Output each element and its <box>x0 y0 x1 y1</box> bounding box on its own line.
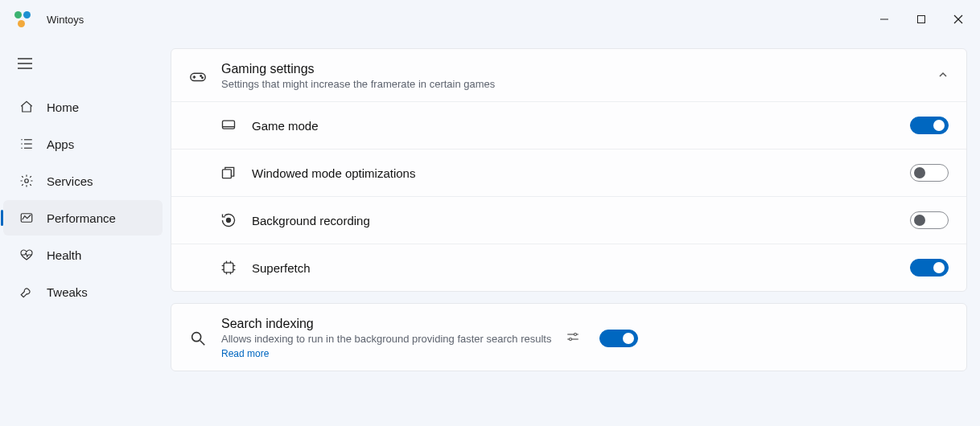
window-controls <box>866 6 977 32</box>
monitor-icon <box>220 117 237 133</box>
gaming-settings-title: Gaming settings <box>221 62 495 76</box>
sidebar-item-label: Performance <box>47 211 116 225</box>
svg-point-19 <box>202 77 203 78</box>
sidebar-item-tweaks[interactable]: Tweaks <box>3 274 163 309</box>
row-background-recording: Background recording <box>171 196 966 244</box>
svg-rect-1 <box>918 16 925 23</box>
read-more-link[interactable]: Read more <box>221 348 269 359</box>
wrench-icon <box>19 285 34 299</box>
gaming-settings-subtitle: Settings that might increase the framera… <box>221 78 495 90</box>
row-label: Background recording <box>252 214 370 227</box>
close-button[interactable] <box>940 6 977 32</box>
record-icon <box>220 212 237 228</box>
minimize-button[interactable] <box>866 6 903 32</box>
sidebar-item-services[interactable]: Services <box>3 163 163 199</box>
svg-rect-24 <box>224 263 233 272</box>
search-indexing-header[interactable]: Search indexing Allows indexing to run i… <box>171 304 966 371</box>
gaming-settings-card: Gaming settings Settings that might incr… <box>171 48 967 292</box>
svg-point-23 <box>227 219 231 223</box>
gear-icon <box>19 174 34 188</box>
sidebar-item-label: Apps <box>47 137 74 151</box>
maximize-button[interactable] <box>903 6 940 32</box>
row-label: Superfetch <box>252 261 311 275</box>
sidebar-item-health[interactable]: Health <box>3 237 163 272</box>
row-label: Windowed mode optimizations <box>252 166 415 180</box>
sidebar: Home Apps Services Performance Health <box>0 39 169 426</box>
search-indexing-card: Search indexing Allows indexing to run i… <box>171 303 967 371</box>
app-title: Wintoys <box>47 14 84 26</box>
sidebar-item-performance[interactable]: Performance <box>3 200 163 236</box>
content-area: Gaming settings Settings that might incr… <box>169 39 980 426</box>
svg-line-34 <box>200 340 205 345</box>
search-indexing-title: Search indexing <box>221 317 551 331</box>
apps-icon <box>19 137 34 151</box>
sidebar-item-label: Home <box>47 100 79 114</box>
row-superfetch: Superfetch <box>171 244 966 291</box>
heart-icon <box>19 248 34 262</box>
toggle-game-mode[interactable] <box>910 117 949 134</box>
sidebar-item-apps[interactable]: Apps <box>3 126 163 162</box>
sidebar-item-label: Health <box>47 248 81 262</box>
svg-point-13 <box>25 179 29 183</box>
sidebar-item-label: Services <box>47 174 93 188</box>
toggle-search-indexing[interactable] <box>599 330 638 347</box>
adjust-icon[interactable] <box>566 330 580 346</box>
row-game-mode: Game mode <box>171 101 966 149</box>
svg-point-38 <box>570 338 572 341</box>
chip-icon <box>220 260 237 276</box>
toggle-superfetch[interactable] <box>910 259 949 276</box>
toggle-background-recording[interactable] <box>910 211 949 229</box>
svg-point-36 <box>574 334 577 336</box>
row-label: Game mode <box>252 119 319 133</box>
row-windowed-mode: Windowed mode optimizations <box>171 149 966 196</box>
sidebar-item-label: Tweaks <box>47 285 88 299</box>
app-logo <box>14 11 31 27</box>
search-indexing-subtitle: Allows indexing to run in the background… <box>221 333 551 345</box>
svg-point-33 <box>192 332 201 341</box>
home-icon <box>19 100 34 114</box>
titlebar: Wintoys <box>0 0 980 39</box>
toggle-windowed-mode[interactable] <box>910 164 949 182</box>
chevron-up-icon <box>937 69 949 83</box>
search-icon <box>189 330 207 347</box>
svg-rect-20 <box>223 121 235 129</box>
hamburger-button[interactable] <box>0 58 169 88</box>
gaming-settings-header[interactable]: Gaming settings Settings that might incr… <box>171 49 966 101</box>
svg-point-18 <box>200 75 201 76</box>
sidebar-item-home[interactable]: Home <box>3 89 163 125</box>
performance-icon <box>19 211 34 225</box>
windows-icon <box>220 165 237 181</box>
svg-rect-22 <box>223 170 232 178</box>
gamepad-icon <box>189 68 207 85</box>
